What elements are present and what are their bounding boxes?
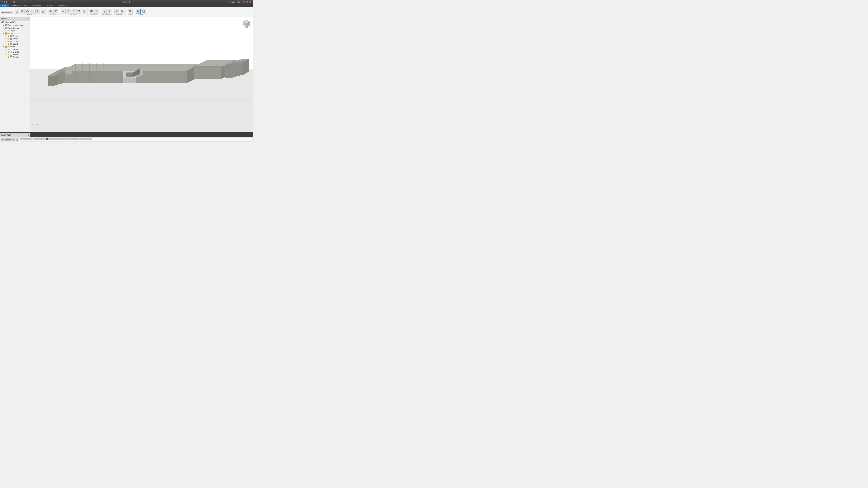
sketch3-eye-icon[interactable]: 👁 (5, 54, 7, 56)
insert-icon[interactable] (128, 9, 133, 14)
timeline-marker-2[interactable] (22, 138, 25, 140)
create-loft-icon[interactable] (35, 9, 40, 14)
timeline-add-button[interactable]: ⊕ (16, 138, 19, 140)
browser-item-named-views[interactable]: ▶ Named Views (0, 27, 30, 29)
modify-press-pull-icon[interactable] (61, 9, 66, 14)
close-button[interactable]: ✕ (249, 1, 251, 3)
tab-solid[interactable]: SOLID (0, 4, 9, 7)
modify-shell-icon[interactable] (76, 9, 81, 14)
nav-cube[interactable]: RIGHT (242, 19, 251, 28)
modify-combine-icon[interactable] (82, 9, 87, 14)
timeline-marker-10[interactable] (43, 138, 45, 140)
body4-eye-icon[interactable]: 👁 (5, 43, 7, 45)
timeline-marker-8[interactable] (38, 138, 40, 140)
timeline-marker-25[interactable] (82, 138, 85, 140)
browser-collapse-icon[interactable]: ◁ (28, 18, 29, 20)
create-sketch-icon[interactable] (14, 9, 20, 14)
timeline-marker-7[interactable] (35, 138, 38, 140)
assemble-joint-icon[interactable] (94, 9, 99, 14)
timeline-marker-23[interactable] (77, 138, 79, 140)
browser-item-sketch4[interactable]: 👁 🔒 Sketch4 (0, 56, 30, 59)
timeline-marker-28[interactable] (90, 138, 92, 140)
new-file-icon[interactable]: ⊡ (4, 1, 5, 3)
timeline-marker-1[interactable] (20, 138, 22, 140)
timeline-marker-3[interactable] (25, 138, 27, 140)
tab-plastic[interactable]: PLASTIC (45, 4, 56, 7)
timeline-marker-9[interactable] (40, 138, 43, 140)
body3-lock-icon[interactable]: 🔒 (7, 41, 9, 42)
timeline-marker-4[interactable] (27, 138, 30, 140)
browser-item-body3[interactable]: 👁 🔒 Body3 (0, 40, 30, 43)
timeline-to-end-button[interactable]: ⏭ (12, 138, 15, 141)
body4-lock-icon[interactable]: 🔒 (7, 43, 9, 45)
browser-item-sketch2[interactable]: 👁 🔒 Sketch2 (0, 51, 30, 53)
body1-lock-icon[interactable]: 🔒 (7, 35, 9, 37)
create-more-icon[interactable] (41, 9, 45, 14)
create-extrude-icon[interactable] (20, 9, 25, 14)
tab-surface[interactable]: SURFACE (9, 4, 21, 7)
timeline-marker-18[interactable] (64, 138, 66, 140)
browser-item-body2[interactable]: 👁 🔒 Body2 (0, 37, 30, 40)
tab-utilities[interactable]: UTILITIES (56, 4, 67, 7)
select-box-icon[interactable] (141, 9, 146, 14)
timeline-marker-12[interactable] (48, 138, 51, 140)
viewport[interactable]: RIGHT X Y Z (30, 18, 253, 132)
browser-item-body4[interactable]: 👁 🔒 Body4 (0, 43, 30, 45)
timeline-marker-26[interactable] (85, 138, 87, 140)
minimize-button[interactable]: − (243, 1, 245, 3)
sketch2-eye-icon[interactable]: 👁 (5, 51, 7, 53)
sketch3-lock-icon[interactable]: 🔒 (7, 54, 9, 56)
timeline-play-button[interactable]: ▶ (8, 138, 11, 141)
body2-eye-icon[interactable]: 👁 (5, 38, 7, 40)
undo-icon[interactable]: ↩ (8, 1, 10, 3)
timeline-marker-22[interactable] (74, 138, 77, 140)
timeline-marker-11[interactable] (45, 138, 48, 140)
sketch1-eye-icon[interactable]: 👁 (5, 48, 7, 50)
tab-mesh[interactable]: MESH (21, 4, 29, 7)
select-icon[interactable] (136, 9, 141, 14)
browser-item-bodies[interactable]: ▼ Bodies (0, 32, 30, 35)
body2-lock-icon[interactable]: 🔒 (7, 38, 9, 40)
maximize-button[interactable]: □ (246, 1, 248, 3)
browser-item-body1[interactable]: 👁 🔒 Body1 (0, 35, 30, 37)
timeline-to-start-button[interactable]: ⏮ (1, 138, 4, 141)
timeline-marker-5[interactable] (30, 138, 32, 140)
timeline-marker-13[interactable] (51, 138, 53, 140)
create-revolve-icon[interactable] (25, 9, 30, 14)
timeline-prev-button[interactable]: ◀ (4, 138, 8, 141)
timeline-marker-21[interactable] (72, 138, 74, 140)
redo-icon[interactable]: ↪ (11, 1, 12, 3)
timeline-marker-27[interactable] (87, 138, 90, 140)
sketch1-lock-icon[interactable]: 🔒 (7, 48, 9, 50)
browser-item-sketch3[interactable]: 👁 🔒 Sketch3 (0, 53, 30, 56)
tab-sheet-metal[interactable]: SHEET METAL (29, 4, 45, 7)
body1-eye-icon[interactable]: 👁 (5, 35, 7, 37)
body3-eye-icon[interactable]: 👁 (5, 41, 7, 42)
timeline-marker-17[interactable] (61, 138, 64, 140)
timeline-marker-24[interactable] (80, 138, 82, 140)
browser-item-origin[interactable]: ▶ Origin (0, 29, 30, 32)
browser-item-unsaved[interactable]: ▼ ● [Unsaved] ● (0, 21, 30, 24)
browser-item-sketches[interactable]: ▼ Sketches (0, 45, 30, 48)
modify-fillet-icon[interactable] (66, 9, 71, 14)
inspect-zebra-icon[interactable] (120, 9, 124, 14)
create-sweep-icon[interactable] (30, 9, 35, 14)
automate-icon2[interactable] (53, 9, 58, 14)
comments-pin-icon[interactable]: 📌 (27, 134, 29, 136)
sketch4-lock-icon[interactable]: 🔒 (7, 56, 9, 58)
construct-axis-icon[interactable] (107, 9, 112, 14)
construct-plane-icon[interactable] (102, 9, 106, 14)
sketch4-eye-icon[interactable]: 👁 (5, 56, 7, 58)
timeline-marker-6[interactable] (33, 138, 35, 140)
design-dropdown[interactable]: DESIGN ▾ (1, 10, 12, 14)
browser-item-sketch1[interactable]: 👁 🔒 Sketch1 (0, 48, 30, 51)
browser-item-doc-settings[interactable]: ▶ ⚙ Document Settings (0, 24, 30, 27)
modify-chamfer-icon[interactable] (71, 9, 76, 14)
sketch2-lock-icon[interactable]: 🔒 (7, 51, 9, 53)
inspect-measure-icon[interactable] (115, 9, 119, 14)
assemble-new-component-icon[interactable] (89, 9, 94, 14)
timeline-marker-14[interactable] (54, 138, 56, 140)
app-menu-icon[interactable]: ≡ (1, 1, 3, 3)
timeline-marker-15[interactable] (56, 138, 59, 140)
timeline-track[interactable] (19, 138, 252, 141)
